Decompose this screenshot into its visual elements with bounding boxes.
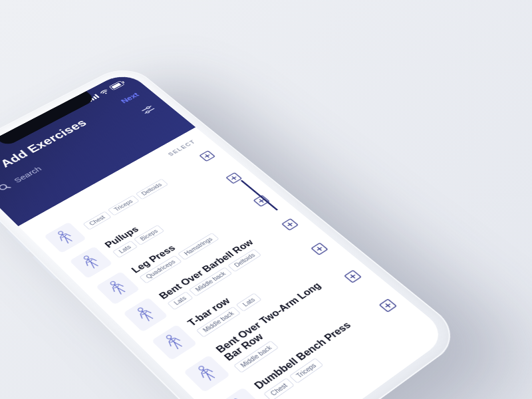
add-exercise-button[interactable] (224, 171, 244, 185)
muscle-tag: Deltoids (135, 179, 168, 200)
exercise-thumb (184, 355, 231, 392)
svg-point-4 (146, 106, 150, 109)
muscle-tag: Triceps (108, 196, 140, 216)
muscle-tag: Chest (82, 211, 111, 229)
svg-point-5 (146, 110, 150, 113)
phone-frame: 9:41 ✕ Add Exercises Next (0, 62, 467, 399)
add-exercise-button[interactable] (309, 241, 330, 257)
add-exercise-button[interactable] (377, 297, 399, 314)
add-exercise-button[interactable] (198, 150, 217, 163)
svg-line-1 (7, 186, 10, 189)
add-exercise-button[interactable] (342, 269, 364, 285)
search-icon (0, 182, 12, 192)
app-screen: 9:41 ✕ Add Exercises Next (0, 70, 450, 399)
add-exercise-button[interactable] (280, 217, 301, 232)
filter-icon[interactable] (140, 104, 157, 115)
